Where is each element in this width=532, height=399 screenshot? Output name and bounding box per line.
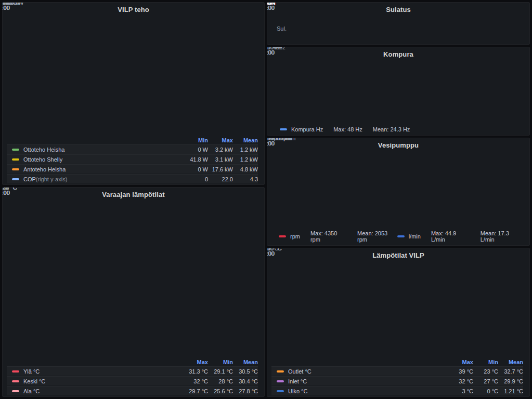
grafana-dashboard: VILP teho 00:0002:0004:0006:0008:0010:00… <box>0 0 532 399</box>
panel-title-sulatus[interactable]: Sulatus <box>267 6 529 14</box>
panel-title-vesipumppu[interactable]: Vesipumppu <box>267 141 529 149</box>
kompura-legend: Kompura HzMax: 48 HzMean: 24.3 Hz <box>280 126 410 132</box>
legend-value: 30.5 °C <box>233 368 258 375</box>
legend-color-chip <box>12 149 19 151</box>
legend-value: 0 °C <box>473 388 498 394</box>
legend-color-chip <box>12 390 19 392</box>
legend-series-label: Ottoteho Heisha <box>23 147 65 153</box>
legend-series-label: Keski °C <box>23 378 45 384</box>
vesipumppu-chart[interactable]: 00:0002:0004:0006:0008:0010:0012:000 rpm… <box>267 138 529 245</box>
panel-title-kompura[interactable]: Kompura <box>267 50 529 58</box>
legend-row[interactable]: Keski °C32 °C28 °C30.4 °C <box>7 376 258 385</box>
legend-series-label: Antoteho Heisha <box>23 166 66 172</box>
legend-header: MinMaxMean <box>7 136 258 144</box>
legend-header-max[interactable]: Max <box>448 359 473 365</box>
legend-value: 39 °C <box>448 368 473 375</box>
legend-header-min[interactable]: Min <box>208 359 233 365</box>
legend-value: 27 °C <box>473 378 498 384</box>
panel-title-lampotilat-vilp[interactable]: Lämpötilat VILP <box>267 251 529 259</box>
legend-series-label: l/min <box>409 233 421 240</box>
legend-mean: Mean: 24.3 Hz <box>373 126 410 132</box>
legend-color-chip <box>397 235 405 237</box>
legend-max: Max: 48 Hz <box>333 126 362 132</box>
legend-value: 0 <box>183 176 208 182</box>
legend-series-label: Kompura Hz <box>291 126 323 132</box>
legend-value: 0 W <box>183 147 208 153</box>
legend-row[interactable]: Ulko °C3 °C0 °C1.21 °C <box>271 386 523 395</box>
legend-header-mean[interactable]: Mean <box>233 137 258 143</box>
legend-color-chip <box>12 380 19 382</box>
legend-value: 30.4 °C <box>233 378 258 384</box>
legend-value: 32 °C <box>183 378 208 384</box>
legend-row[interactable]: Ylä °C31.3 °C29.1 °C30.5 °C <box>7 366 258 376</box>
panel-title-varaajan[interactable]: Varaajan lämpötilat <box>3 191 264 198</box>
legend-header-min[interactable]: Min <box>473 359 498 365</box>
legend-row[interactable]: Antoteho Heisha0 W17.6 kW4.8 kW <box>7 164 258 174</box>
legend-row[interactable]: Ottoteho Heisha0 W3.2 kW1.2 kW <box>7 144 258 154</box>
legend-header-max[interactable]: Max <box>183 359 208 365</box>
legend-value: 32 °C <box>448 378 473 384</box>
legend-value: 29.1 °C <box>208 368 233 375</box>
legend-header: MaxMinMean <box>271 358 523 366</box>
legend-mean: Mean: 17.3 L/min <box>481 230 523 243</box>
varaajan-legend: MaxMinMeanYlä °C31.3 °C29.1 °C30.5 °CKes… <box>7 358 258 395</box>
legend-series-label: Ottoteho Shelly <box>23 156 62 163</box>
legend-value: 4.3 <box>233 176 258 182</box>
legend-color-chip <box>12 178 19 180</box>
legend-value: 27.8 °C <box>233 388 258 394</box>
panel-varaajan-lampotilat: Varaajan lämpötilat 00:0002:0004:0006:00… <box>2 187 265 397</box>
legend-header-min[interactable]: Min <box>183 137 208 143</box>
legend-series-label: Inlet °C <box>288 378 307 384</box>
legend-value: 1.2 kW <box>233 156 258 163</box>
legend-value: 28 °C <box>208 378 233 384</box>
legend-item[interactable]: rpmMax: 4350 rpmMean: 2053 rpm <box>279 230 397 243</box>
legend-row[interactable]: Ala °C29.7 °C25.6 °C27.8 °C <box>7 386 258 395</box>
legend-value: 41.8 W <box>183 156 208 163</box>
legend-value: 17.6 kW <box>208 166 233 172</box>
legend-color-chip <box>12 370 19 373</box>
legend-color-chip <box>279 235 286 237</box>
legend-header-max[interactable]: Max <box>208 137 233 143</box>
panel-title-vilp-teho[interactable]: VILP teho <box>3 6 264 14</box>
lampotilat-vilp-legend: MaxMinMeanOutlet °C39 °C23 °C32.7 °CInle… <box>271 358 523 395</box>
legend-series-label: Ylä °C <box>23 368 40 375</box>
panel-kompura: Kompura 00:0002:0004:0006:0008:0010:0012… <box>267 47 530 136</box>
legend-header: MaxMinMean <box>7 358 258 366</box>
legend-item[interactable]: Kompura HzMax: 48 HzMean: 24.3 Hz <box>280 126 410 132</box>
panel-vesipumppu: Vesipumppu 00:0002:0004:0006:0008:0010:0… <box>267 138 530 246</box>
sulatus-row-label: Sul. <box>277 25 287 32</box>
legend-color-chip <box>277 390 284 392</box>
legend-series-label: Ala °C <box>23 388 40 394</box>
legend-header-mean[interactable]: Mean <box>233 359 258 365</box>
legend-value: 22.0 <box>208 176 233 182</box>
legend-value: 29.9 °C <box>498 378 523 384</box>
kompura-chart[interactable]: 00:0002:0004:0006:0008:0010:0012:000 Hz5… <box>267 47 529 135</box>
vesipumppu-legend: rpmMax: 4350 rpmMean: 2053 rpml/minMax: … <box>279 230 523 243</box>
panel-lampotilat-vilp: Lämpötilat VILP 00:0002:0004:0006:0008:0… <box>267 248 530 397</box>
legend-value: 4.8 kW <box>233 166 258 172</box>
legend-color-chip <box>277 380 284 382</box>
legend-series-label: COP <box>23 176 36 182</box>
legend-row[interactable]: Ottoteho Shelly41.8 W3.1 kW1.2 kW <box>7 154 258 164</box>
legend-item[interactable]: l/minMax: 44.9 L/minMean: 17.3 L/min <box>397 230 523 243</box>
legend-max: Max: 4350 rpm <box>310 230 347 243</box>
legend-value: 25.6 °C <box>208 388 233 394</box>
legend-value: 32.7 °C <box>498 368 523 375</box>
legend-value: 3.2 kW <box>208 147 233 153</box>
legend-value: 1.21 °C <box>498 388 523 394</box>
legend-series-label: rpm <box>290 233 300 240</box>
legend-color-chip <box>12 158 19 161</box>
legend-series-label: Outlet °C <box>288 368 312 375</box>
legend-value: 3.1 kW <box>208 156 233 163</box>
legend-series-sublabel: (right y-axis) <box>36 176 68 182</box>
legend-row[interactable]: COP (right y-axis)022.04.3 <box>7 174 258 183</box>
legend-row[interactable]: Inlet °C32 °C27 °C29.9 °C <box>271 376 523 385</box>
legend-value: 3 °C <box>448 388 473 394</box>
legend-header-mean[interactable]: Mean <box>498 359 523 365</box>
legend-row[interactable]: Outlet °C39 °C23 °C32.7 °C <box>271 366 523 376</box>
panel-sulatus: Sulatus Sul. ONOFFONOFFONOFFONOFFONOFF 0… <box>267 2 530 45</box>
legend-value: 31.3 °C <box>183 368 208 375</box>
legend-value: 23 °C <box>473 368 498 375</box>
legend-color-chip <box>12 168 19 170</box>
legend-color-chip <box>280 128 287 130</box>
